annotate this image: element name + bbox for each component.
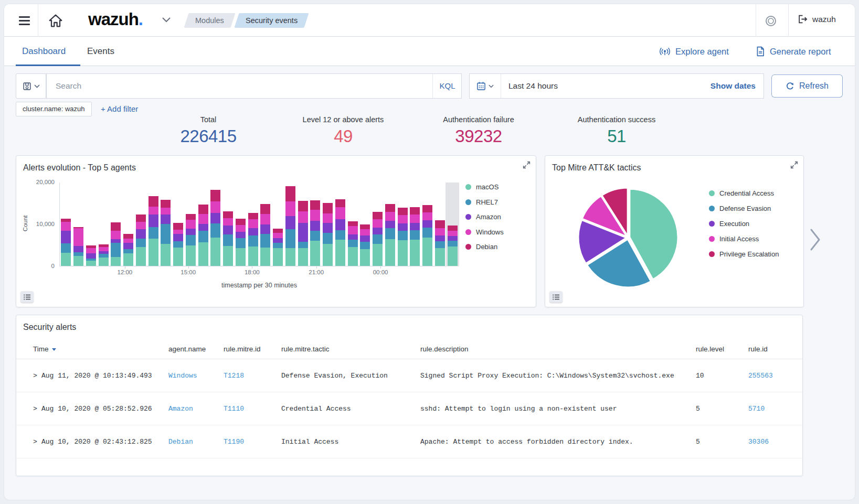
bar-segment-Windows[interactable] bbox=[435, 228, 445, 235]
kql-toggle[interactable]: KQL bbox=[432, 74, 462, 98]
bar-segment-Debian[interactable] bbox=[73, 227, 83, 228]
breadcrumb-modules[interactable]: Modules bbox=[184, 13, 235, 28]
bar-segment-RHEL7[interactable] bbox=[123, 249, 133, 253]
bar-segment-Amazon[interactable] bbox=[198, 224, 208, 231]
cell-rule-id[interactable]: 5710 bbox=[748, 392, 765, 425]
bar-segment-macOS[interactable] bbox=[335, 240, 345, 266]
bar-segment-RHEL7[interactable] bbox=[111, 243, 121, 257]
bar-segment-Debian[interactable] bbox=[310, 200, 320, 210]
calendar-menu-button[interactable] bbox=[470, 74, 501, 98]
time-range-value[interactable]: Last 24 hours bbox=[508, 81, 710, 91]
bar-segment-Amazon[interactable] bbox=[373, 228, 383, 234]
bar-segment-macOS[interactable] bbox=[360, 249, 370, 266]
bar-segment-RHEL7[interactable] bbox=[73, 252, 83, 256]
app-switcher-chevron-down-icon[interactable] bbox=[162, 17, 171, 23]
bar-segment-Windows[interactable] bbox=[398, 215, 408, 223]
bar-segment-RHEL7[interactable] bbox=[248, 235, 258, 246]
bar-segment-macOS[interactable] bbox=[186, 245, 196, 266]
bar-segment-Debian[interactable] bbox=[173, 223, 183, 230]
bar-segment-Amazon[interactable] bbox=[86, 253, 96, 259]
bar-segment-Debian[interactable] bbox=[373, 212, 383, 219]
bar-segment-RHEL7[interactable] bbox=[186, 235, 196, 245]
bar-segment-Windows[interactable] bbox=[385, 212, 395, 221]
bar-segment-macOS[interactable] bbox=[161, 244, 171, 266]
bar-segment-Amazon[interactable] bbox=[123, 243, 133, 249]
bar-segment-Amazon[interactable] bbox=[173, 234, 183, 241]
bar-segment-RHEL7[interactable] bbox=[149, 227, 158, 239]
bar-segment-RHEL7[interactable] bbox=[173, 241, 183, 248]
bar-segment-RHEL7[interactable] bbox=[348, 240, 358, 247]
expand-panel-icon[interactable] bbox=[522, 160, 531, 169]
bar-segment-macOS[interactable] bbox=[273, 248, 283, 266]
show-dates-button[interactable]: Show dates bbox=[710, 81, 756, 91]
bar-segment-Windows[interactable] bbox=[61, 222, 71, 231]
tab-events[interactable]: Events bbox=[87, 37, 114, 66]
table-row[interactable]: >Aug 10, 2020 @ 02:43:12.825DebianT1190I… bbox=[16, 425, 802, 458]
bar-segment-Amazon[interactable] bbox=[410, 223, 420, 230]
bar-segment-Debian[interactable] bbox=[360, 224, 370, 229]
bar-segment-Amazon[interactable] bbox=[210, 213, 220, 223]
bar-segment-RHEL7[interactable] bbox=[210, 223, 220, 238]
bar-segment-macOS[interactable] bbox=[285, 248, 295, 266]
bar-segment-Amazon[interactable] bbox=[186, 229, 196, 235]
bar-segment-macOS[interactable] bbox=[149, 239, 158, 266]
bar-segment-Windows[interactable] bbox=[86, 248, 96, 253]
next-panel-chevron-icon[interactable] bbox=[809, 228, 822, 252]
bar-segment-macOS[interactable] bbox=[111, 257, 121, 266]
bar-segment-Amazon[interactable] bbox=[360, 235, 370, 242]
add-filter-button[interactable]: + Add filter bbox=[101, 104, 138, 113]
bar-segment-Windows[interactable] bbox=[198, 214, 208, 224]
bar-segment-RHEL7[interactable] bbox=[323, 233, 333, 244]
tab-dashboard[interactable]: Dashboard bbox=[22, 37, 66, 66]
generate-report-button[interactable]: Generate report bbox=[756, 37, 831, 66]
bar-segment-RHEL7[interactable] bbox=[335, 230, 345, 240]
bar-segment-macOS[interactable] bbox=[198, 242, 208, 266]
bar-segment-Windows[interactable] bbox=[298, 211, 308, 223]
bar-segment-Debian[interactable] bbox=[298, 201, 308, 211]
bar-segment-Debian[interactable] bbox=[260, 204, 270, 214]
bar-segment-RHEL7[interactable] bbox=[136, 239, 146, 247]
bar-segment-RHEL7[interactable] bbox=[236, 238, 246, 248]
bar-segment-Windows[interactable] bbox=[310, 210, 320, 221]
bar-segment-Windows[interactable] bbox=[285, 201, 295, 216]
bar-segment-Debian[interactable] bbox=[422, 205, 432, 212]
bar-segment-macOS[interactable] bbox=[260, 248, 270, 266]
bar-segment-Debian[interactable] bbox=[335, 199, 345, 207]
expand-row-icon[interactable]: > bbox=[33, 359, 37, 392]
bar-segment-RHEL7[interactable] bbox=[273, 243, 283, 248]
health-ring-icon[interactable] bbox=[765, 15, 777, 27]
bar-segment-Amazon[interactable] bbox=[161, 215, 171, 224]
bar-segment-Debian[interactable] bbox=[348, 221, 358, 226]
search-input[interactable] bbox=[46, 73, 462, 99]
bar-segment-macOS[interactable] bbox=[61, 253, 71, 266]
bar-segment-macOS[interactable] bbox=[136, 247, 146, 266]
bar-segment-macOS[interactable] bbox=[248, 246, 258, 266]
bar-segment-Amazon[interactable] bbox=[149, 215, 158, 227]
bar-segment-Amazon[interactable] bbox=[348, 234, 358, 240]
bar-segment-RHEL7[interactable] bbox=[61, 243, 71, 253]
bar-segment-Amazon[interactable] bbox=[273, 238, 283, 243]
bar-segment-Debian[interactable] bbox=[123, 234, 133, 239]
cell-rule-mitre-id[interactable]: T1190 bbox=[224, 425, 244, 458]
bar-segment-Windows[interactable] bbox=[348, 226, 358, 234]
legend-item-Privilege Escalation[interactable]: Privilege Escalation bbox=[709, 250, 779, 258]
bar-segment-macOS[interactable] bbox=[99, 258, 109, 266]
bar-segment-Amazon[interactable] bbox=[260, 224, 270, 234]
legend-item-RHEL7[interactable]: RHEL7 bbox=[465, 198, 504, 206]
bar-segment-Windows[interactable] bbox=[111, 231, 121, 239]
bar-segment-Debian[interactable] bbox=[210, 190, 220, 201]
legend-item-Debian[interactable]: Debian bbox=[465, 243, 504, 251]
bar-segment-Debian[interactable] bbox=[273, 229, 283, 233]
bar-segment-macOS[interactable] bbox=[410, 240, 420, 266]
bar-segment-RHEL7[interactable] bbox=[161, 224, 171, 244]
bar-segment-Amazon[interactable] bbox=[323, 223, 333, 233]
bar-segment-Windows[interactable] bbox=[373, 219, 383, 228]
bar-segment-Amazon[interactable] bbox=[285, 216, 295, 229]
bar-segment-RHEL7[interactable] bbox=[422, 228, 432, 238]
cell-rule-id[interactable]: 255563 bbox=[748, 359, 773, 392]
bar-segment-RHEL7[interactable] bbox=[223, 234, 233, 246]
bar-segment-macOS[interactable] bbox=[385, 239, 395, 266]
bar-segment-Windows[interactable] bbox=[248, 219, 258, 228]
bar-segment-RHEL7[interactable] bbox=[285, 229, 295, 248]
bar-segment-Windows[interactable] bbox=[273, 233, 283, 238]
